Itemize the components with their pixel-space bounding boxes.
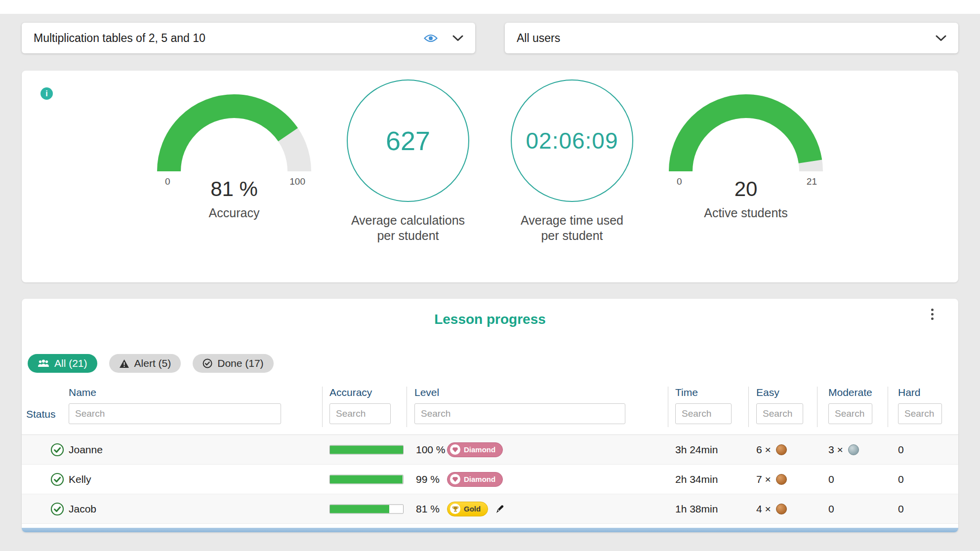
level-badge: Gold [447, 502, 488, 516]
level-badge: Diamond [447, 442, 503, 457]
moderate-cell: 0 [828, 503, 834, 515]
silver-medal-icon [848, 444, 859, 455]
column-divider [322, 387, 323, 427]
filter-alert-label: Alert (5) [134, 357, 171, 369]
horizontal-scrollbar[interactable] [22, 528, 958, 532]
lesson-progress-card: Lesson progress All (21) [22, 299, 958, 532]
diamond-icon [450, 474, 460, 484]
table-row[interactable]: Kelly 99 % Diamond 2h 34min 7 × 0 0 [22, 465, 958, 494]
name-column-label: Name [69, 387, 96, 398]
bronze-medal-icon [776, 504, 787, 514]
accuracy-value: 100 % [416, 444, 446, 456]
calculations-value: 627 [386, 125, 430, 156]
student-name: Kelly [69, 473, 91, 485]
moderate-search-input[interactable] [828, 403, 872, 424]
warning-icon [119, 359, 129, 368]
gauge-max: 100 [289, 176, 305, 187]
level-search-input[interactable] [414, 403, 625, 424]
column-divider [748, 387, 749, 427]
student-name: Joanne [69, 444, 103, 456]
active-students-gauge: 0 21 20 Active students [667, 92, 825, 244]
accuracy-search-input[interactable] [329, 403, 391, 424]
status-done-icon [50, 443, 64, 457]
eye-icon[interactable] [424, 34, 438, 43]
student-name: Jacob [69, 503, 96, 515]
table-row[interactable]: Jacob 81 % Gold 1h 38min 4 × 0 0 [22, 494, 958, 524]
group-icon [38, 359, 49, 367]
time-column-label: Time [675, 387, 698, 398]
hard-column-label: Hard [898, 387, 921, 398]
easy-cell: 6 × [756, 444, 787, 456]
hard-cell: 0 [898, 473, 904, 485]
level-cell: Diamond [447, 442, 503, 457]
table-row[interactable]: Joanne 100 % Diamond 3h 24min 6 × 3 × 0 [22, 435, 958, 465]
column-divider [817, 387, 817, 427]
time-ring: 02:06:09 [511, 79, 633, 202]
lesson-progress-table: Status Name Accuracy Level Time Easy Mod… [22, 386, 958, 524]
gauge-arc [667, 92, 825, 175]
moderate-cell: 3 × [828, 444, 859, 456]
accuracy-column-label: Accuracy [329, 387, 372, 398]
gauge-scale: 0 21 [667, 176, 825, 187]
users-selector-dropdown[interactable]: All users [505, 23, 958, 53]
hard-cell: 0 [898, 444, 904, 456]
dashboard-page: Multiplication tables of 2, 5 and 10 All… [0, 0, 980, 551]
time-caption: Average time used per student [521, 213, 623, 244]
bronze-medal-icon [776, 474, 787, 485]
active-students-caption: Active students [704, 206, 788, 220]
filter-done-label: Done (17) [217, 357, 263, 369]
trophy-icon [450, 504, 460, 514]
users-selector-label: All users [517, 32, 936, 45]
name-search-input[interactable] [69, 403, 281, 424]
filter-alert-button[interactable]: Alert (5) [109, 354, 181, 373]
status-done-icon [50, 472, 64, 486]
easy-column-label: Easy [756, 387, 779, 398]
calculations-ring: 627 [347, 79, 469, 202]
column-divider [668, 387, 668, 427]
lesson-selector-label: Multiplication tables of 2, 5 and 10 [34, 32, 424, 45]
info-icon[interactable]: i [41, 87, 53, 100]
accuracy-value: 81 % [416, 503, 440, 515]
time-value: 02:06:09 [526, 127, 618, 154]
diamond-icon [450, 444, 460, 455]
status-column-label: Status [26, 408, 56, 420]
pen-icon [495, 504, 505, 514]
bronze-medal-icon [776, 444, 787, 455]
level-cell: Diamond [447, 472, 503, 487]
time-value: 3h 24min [675, 444, 718, 456]
moderate-column-label: Moderate [828, 387, 872, 398]
gauge-arc [155, 92, 313, 175]
accuracy-caption: Accuracy [209, 206, 260, 220]
filter-buttons: All (21) Alert (5) [28, 354, 958, 373]
accuracy-bar [329, 445, 404, 454]
accuracy-value: 99 % [416, 473, 440, 485]
easy-search-input[interactable] [756, 403, 803, 424]
level-badge-label: Diamond [464, 445, 495, 454]
level-badge-label: Diamond [464, 475, 495, 483]
accuracy-bar [329, 504, 404, 513]
status-done-icon [50, 502, 64, 516]
gauge-min: 0 [165, 176, 170, 187]
hard-search-input[interactable] [898, 403, 942, 424]
check-circle-icon [203, 358, 212, 368]
column-divider [407, 387, 407, 427]
lesson-progress-title: Lesson progress [22, 312, 958, 327]
time-search-input[interactable] [675, 403, 732, 424]
filter-all-button[interactable]: All (21) [28, 354, 97, 373]
accuracy-bar [329, 474, 404, 484]
chevron-down-icon [452, 35, 463, 41]
level-badge: Diamond [447, 472, 503, 487]
calculations-caption: Average calculations per student [351, 213, 465, 244]
gauge-max: 21 [807, 176, 817, 187]
accuracy-gauge: 0 100 81 % Accuracy [155, 92, 313, 244]
stats-row: 0 100 81 % Accuracy 627 Average calculat… [22, 71, 958, 244]
easy-cell: 7 × [756, 473, 787, 485]
filter-done-button[interactable]: Done (17) [193, 354, 273, 373]
lesson-selector-dropdown[interactable]: Multiplication tables of 2, 5 and 10 [22, 23, 475, 53]
gauge-scale: 0 100 [155, 176, 313, 187]
stats-summary-card: i 0 100 81 % Accuracy 627 [22, 71, 958, 282]
easy-cell: 4 × [756, 503, 787, 515]
kebab-menu-icon[interactable] [926, 307, 939, 321]
time-value: 1h 38min [675, 503, 718, 515]
table-header: Status Name Accuracy Level Time Easy Mod… [22, 386, 958, 435]
